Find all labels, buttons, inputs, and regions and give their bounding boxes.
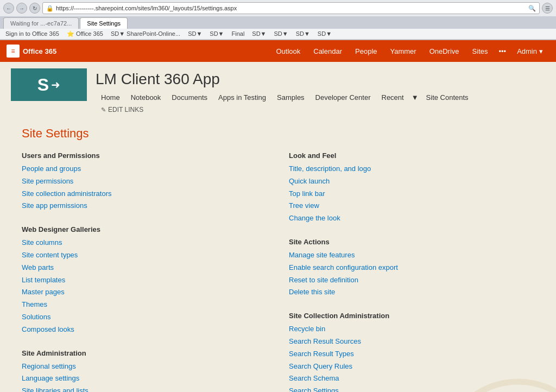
bookmark-2[interactable]: SD▼ (186, 30, 204, 38)
link-site-permissions[interactable]: Site permissions (22, 175, 267, 188)
tab-bar: Waiting for ...-ec7a72... Site Settings (0, 16, 556, 29)
site-nav-apps[interactable]: Apps in Testing (213, 91, 271, 104)
pencil-icon: ✎ (101, 106, 106, 113)
link-top-link-bar[interactable]: Top link bar (289, 188, 534, 200)
section-users-permissions: Users and Permissions People and groups … (22, 151, 267, 212)
nav-outlook[interactable]: Outlook (269, 40, 307, 62)
address-text: https://----------.sharepoint.com/sites/… (56, 5, 526, 11)
nav-admin[interactable]: Admin (510, 40, 549, 62)
edit-links-label: EDIT LINKS (108, 106, 143, 113)
o365-logo-text: Office 365 (23, 47, 56, 55)
site-title: LM Client 360 App (96, 71, 474, 88)
section-look-feel: Look and Feel Title, description, and lo… (289, 151, 534, 225)
nav-calendar[interactable]: Calendar (307, 40, 349, 62)
link-change-look[interactable]: Change the look (289, 212, 534, 225)
link-enable-search-export[interactable]: Enable search configuration export (289, 262, 534, 274)
bookmark-o365[interactable]: ⭐ Office 365 (65, 30, 105, 38)
link-site-libraries[interactable]: Site libraries and lists (22, 385, 267, 392)
link-composed-looks[interactable]: Composed looks (22, 324, 267, 336)
nav-people[interactable]: People (349, 40, 383, 62)
link-web-parts[interactable]: Web parts (22, 262, 267, 274)
link-search-result-types[interactable]: Search Result Types (289, 348, 534, 361)
back-button[interactable]: ← (3, 3, 14, 14)
link-site-app-permissions[interactable]: Site app permissions (22, 200, 267, 212)
site-nav-recent[interactable]: Recent (376, 91, 409, 104)
link-site-collection-admins[interactable]: Site collection administrators (22, 188, 267, 200)
site-navigation: Home Notebook Documents Apps in Testing … (96, 91, 474, 104)
bookmark-5[interactable]: SD▼ (272, 30, 290, 38)
section-heading-users: Users and Permissions (22, 151, 267, 160)
site-nav-contents[interactable]: Site Contents (421, 91, 474, 104)
link-site-content-types[interactable]: Site content types (22, 249, 267, 262)
section-web-designer: Web Designer Galleries Site columns Site… (22, 225, 267, 336)
nav-onedrive[interactable]: OneDrive (423, 40, 466, 62)
site-logo: S ➜ (11, 68, 87, 101)
bookmark-4[interactable]: SD▼ (250, 30, 268, 38)
link-recycle-bin[interactable]: Recycle bin (289, 323, 534, 336)
settings-grid: Users and Permissions People and groups … (22, 151, 534, 392)
section-site-collection-admin: Site Collection Administration Recycle b… (289, 312, 534, 392)
link-master-pages[interactable]: Master pages (22, 286, 267, 299)
bookmark-final[interactable]: Final (230, 30, 247, 38)
refresh-button[interactable]: ↻ (29, 3, 40, 14)
address-bar[interactable]: 🔒 https://----------.sharepoint.com/site… (42, 2, 540, 14)
settings-right-column: Look and Feel Title, description, and lo… (289, 151, 534, 392)
o365-nav-links: Outlook Calendar People Yammer OneDrive … (269, 40, 549, 62)
site-nav-more[interactable]: ▼ (409, 91, 421, 104)
site-nav-samples[interactable]: Samples (271, 91, 310, 104)
section-site-administration: Site Administration Regional settings La… (22, 349, 267, 392)
link-delete-site[interactable]: Delete this site (289, 286, 534, 299)
site-nav-notebook[interactable]: Notebook (125, 91, 167, 104)
link-solutions[interactable]: Solutions (22, 311, 267, 324)
nav-yammer[interactable]: Yammer (384, 40, 423, 62)
browser-tab-loading[interactable]: Waiting for ...-ec7a72... (3, 17, 79, 29)
link-search-query-rules[interactable]: Search Query Rules (289, 361, 534, 373)
section-heading-web-designer: Web Designer Galleries (22, 225, 267, 233)
bookmark-7[interactable]: SD▼ (315, 30, 334, 38)
link-search-schema[interactable]: Search Schema (289, 372, 534, 385)
section-heading-site-admin: Site Administration (22, 349, 267, 357)
link-regional-settings[interactable]: Regional settings (22, 361, 267, 373)
forward-button[interactable]: → (16, 3, 27, 14)
o365-logo[interactable]: ≡ Office 365 (7, 45, 56, 58)
link-themes[interactable]: Themes (22, 299, 267, 311)
site-title-area: LM Client 360 App Home Notebook Document… (96, 68, 474, 116)
link-tree-view[interactable]: Tree view (289, 200, 534, 212)
section-heading-look-feel: Look and Feel (289, 151, 534, 160)
o365-logo-icon: ≡ (7, 45, 20, 58)
edit-links[interactable]: ✎ EDIT LINKS (96, 104, 474, 116)
site-nav-documents[interactable]: Documents (166, 91, 213, 104)
site-logo-letter: S (37, 75, 49, 95)
bookmark-3[interactable]: SD▼ (207, 30, 226, 38)
link-title-description-logo[interactable]: Title, description, and logo (289, 163, 534, 175)
link-search-result-sources[interactable]: Search Result Sources (289, 336, 534, 348)
link-list-templates[interactable]: List templates (22, 274, 267, 287)
link-manage-site-features[interactable]: Manage site features (289, 249, 534, 262)
browser-tab-active[interactable]: Site Settings (80, 17, 128, 29)
link-reset-site-definition[interactable]: Reset to site definition (289, 274, 534, 287)
bookmark-6[interactable]: SD▼ (294, 30, 312, 38)
nav-sites[interactable]: Sites (466, 40, 495, 62)
page-title: Site Settings (22, 127, 534, 141)
section-site-actions: Site Actions Manage site features Enable… (289, 238, 534, 299)
browser-toolbar: ← → ↻ 🔒 https://----------.sharepoint.co… (0, 0, 556, 16)
link-people-groups[interactable]: People and groups (22, 163, 267, 175)
menu-button[interactable]: ☰ (542, 3, 553, 14)
o365-navigation: ≡ Office 365 Outlook Calendar People Yam… (0, 40, 556, 62)
site-header: S ➜ LM Client 360 App Home Notebook Docu… (0, 62, 556, 116)
section-heading-collection-admin: Site Collection Administration (289, 312, 534, 320)
site-nav-home[interactable]: Home (96, 91, 125, 104)
browser-chrome: ← → ↻ 🔒 https://----------.sharepoint.co… (0, 0, 556, 40)
link-search-settings[interactable]: Search Settings (289, 385, 534, 392)
site-nav-developer[interactable]: Developer Center (310, 91, 376, 104)
link-site-columns[interactable]: Site columns (22, 237, 267, 249)
link-language-settings[interactable]: Language settings (22, 372, 267, 385)
nav-more-dots[interactable]: ••• (494, 40, 510, 62)
bookmark-signin[interactable]: Sign in to Office 365 (3, 30, 61, 38)
section-heading-site-actions: Site Actions (289, 238, 534, 246)
link-quick-launch[interactable]: Quick launch (289, 175, 534, 188)
main-content: Site Settings Users and Permissions Peop… (0, 116, 556, 392)
bookmark-1[interactable]: SD▼ SharePoint-Online... (109, 30, 182, 38)
bookmarks-bar: Sign in to Office 365 ⭐ Office 365 SD▼ S… (0, 29, 556, 40)
site-logo-arrow: ➜ (51, 78, 60, 91)
